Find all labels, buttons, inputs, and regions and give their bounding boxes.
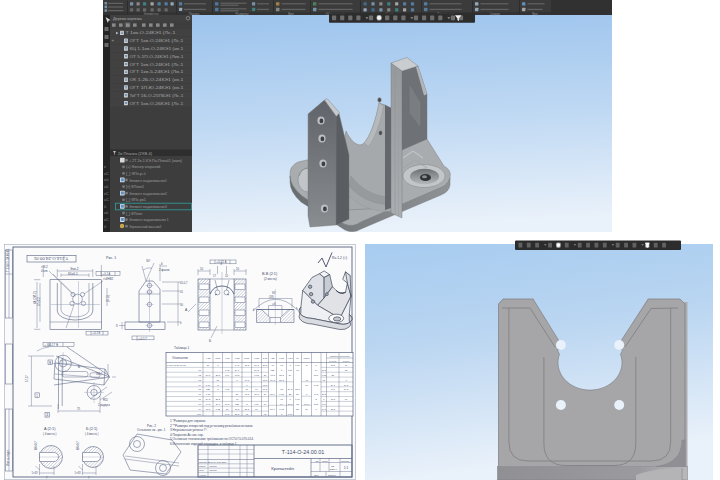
svg-text:(2 места): (2 места)	[264, 277, 277, 281]
svg-text:Т-114-О-24.00.01: Т-114-О-24.00.01	[282, 449, 324, 455]
svg-text:10: 10	[236, 267, 240, 271]
svg-text:Рис. 1: Рис. 1	[106, 256, 116, 260]
svg-text:Элемент выдавливания1: Элемент выдавливания1	[129, 179, 167, 183]
svg-text:Изм Лист № докум. Подп. Дат: Изм Лист № докум. Подп. Дата	[199, 461, 227, 463]
svg-text:[_] ФПк-рв1: [_] ФПк-рв1	[126, 198, 146, 202]
svg-text:2в Планка (2ХВ-4): 2в Планка (2ХВ-4)	[118, 151, 153, 156]
svg-text:Чиданов: Чиданов	[209, 465, 217, 467]
svg-text:ОТ 5-1П-О-24КЭ1 (Лкв-1: ОТ 5-1П-О-24КЭ1 (Лкв-1	[129, 55, 183, 59]
svg-text:Лит: Лит	[316, 460, 319, 462]
svg-text:+ 2Т 2в-1-КЭ-Па-Плваб1 (завп): + 2Т 2в-1-КЭ-Па-Плваб1 (завп)	[129, 159, 182, 163]
svg-text:1 *Размеры для справок.: 1 *Размеры для справок.	[170, 419, 206, 423]
svg-text:Остальное см - рис. 1: Остальное см - рис. 1	[137, 428, 166, 432]
svg-text:Таблица 1: Таблица 1	[174, 346, 189, 350]
svg-text:Чиданов: Чиданов	[209, 469, 217, 471]
svg-text:ьб: ьб	[104, 210, 109, 215]
svg-text:65±0.1: 65±0.1	[68, 272, 78, 276]
svg-text:ьб: ьб	[104, 184, 109, 189]
svg-text:Т-114-О-24.00.01: Т-114-О-24.00.01	[33, 256, 68, 261]
svg-text:Ч под: Ч под	[287, 357, 293, 359]
svg-text:ОГТ 1кв-5-24КЭ1 (Лв-1: ОГТ 1кв-5-24КЭ1 (Лв-1	[129, 70, 183, 74]
svg-text:3±0,1: 3±0,1	[96, 372, 103, 376]
svg-text:Вид: Вид	[532, 12, 538, 16]
svg-text:(24,5): (24,5)	[106, 295, 110, 302]
svg-text:⊥0.1 А: ⊥0.1 А	[102, 272, 111, 276]
svg-text:кC: кC	[104, 191, 109, 196]
svg-text:Ra 1,2 (√): Ra 1,2 (√)	[332, 256, 347, 260]
svg-text:+: +	[112, 38, 115, 43]
svg-text:⊥0.1/1 А: ⊥0.1/1 А	[216, 260, 227, 264]
svg-text:Н.контр.: Н.контр.	[199, 474, 207, 476]
svg-text:ОГТ 1кв-О-24КЭ1 (Лс-1: ОГТ 1кв-О-24КЭ1 (Лс-1	[129, 39, 183, 43]
svg-text:Элемент выдавливания 1: Элемент выдавливания 1	[129, 218, 169, 222]
svg-text:к: к	[104, 164, 106, 169]
svg-text:1×45°: 1×45°	[32, 471, 39, 475]
svg-text:ОК 1-2Б-О-24КЭ1 (кв-1: ОК 1-2Б-О-24КЭ1 (кв-1	[129, 78, 183, 82]
svg-text:4 отв: 4 отв	[41, 269, 48, 273]
svg-text:Масштаб: Масштаб	[341, 460, 349, 462]
svg-text:Рис. 2: Рис. 2	[147, 424, 156, 428]
svg-text:Б (2:1): Б (2:1)	[86, 427, 98, 431]
svg-text:37±0.2: 37±0.2	[37, 297, 41, 306]
svg-text:С мм: С мм	[235, 357, 240, 359]
svg-text:l мм: l мм	[271, 357, 275, 359]
svg-text:КЦ 1-1кв-О-24КЭ1 (кв-1: КЦ 1-1кв-О-24КЭ1 (кв-1	[129, 47, 183, 51]
svg-text:[_] ФПлвп: [_] ФПлвп	[126, 212, 143, 216]
svg-text:( 4 места ): ( 4 места )	[85, 432, 98, 436]
svg-text:( 4 места ): ( 4 места )	[43, 432, 56, 436]
svg-text:пб: пб	[104, 177, 109, 182]
svg-text:ОГТ 1кв-О-24КЭ1 (Лс-1: ОГТ 1кв-О-24КЭ1 (Лс-1	[129, 63, 183, 67]
svg-text:Т-114-О-24.00.01: Т-114-О-24.00.01	[6, 248, 10, 272]
svg-text:2 **Размеры отверстий под ус: 2 **Размеры отверстий под установку резь…	[170, 424, 253, 428]
svg-text:Вид: Вид	[288, 12, 294, 16]
svg-text:М6×0.7: М6×0.7	[76, 441, 80, 450]
svg-text:Б мм: Б мм	[244, 357, 249, 359]
svg-text:ОГТ 1кв-О-26КЭ1 (Лс-1: ОГТ 1кв-О-26КЭ1 (Лс-1	[129, 102, 183, 106]
svg-text:(+) Фильтр открытий: (+) Фильтр открытий	[126, 165, 160, 169]
svg-text:2 радиуса: 2 радиуса	[98, 403, 111, 407]
svg-text:R11: R11	[103, 398, 108, 402]
svg-text:Сервис: Сервис	[490, 12, 501, 16]
svg-text:[_] ФПк-р-б: [_] ФПк-р-б	[126, 172, 146, 176]
svg-text:10: 10	[200, 267, 204, 271]
svg-text:Листов 1: Листов 1	[328, 474, 337, 476]
svg-text:Б: Б	[78, 365, 80, 369]
svg-text:Обозначение: Обозначение	[172, 356, 189, 360]
svg-text:5 Основные технические требо: 5 Основные технические требования по ОСТ…	[170, 437, 254, 441]
svg-text:30°: 30°	[146, 259, 151, 263]
svg-text:90°: 90°	[272, 291, 276, 295]
svg-text:М6×0.7: М6×0.7	[34, 441, 38, 450]
svg-text:2 фаски: 2 фаски	[159, 268, 170, 272]
svg-text:Лист: Лист	[314, 474, 318, 476]
svg-text:65-0,7: 65-0,7	[180, 281, 188, 285]
svg-text:1×45°: 1×45°	[75, 471, 82, 475]
svg-text:Дерево чертежа: Дерево чертежа	[113, 17, 142, 21]
svg-text:Б см: Б см	[263, 357, 268, 359]
svg-text:Т 1кв-О-24КЭ1 (Лс-1: Т 1кв-О-24КЭ1 (Лс-1	[125, 31, 175, 35]
svg-text:ОГТ 1П-Ю-24КЭ1 (кв-1: ОГТ 1П-Ю-24КЭ1 (кв-1	[129, 86, 183, 90]
svg-text:Д: Д	[46, 413, 48, 417]
svg-text:Масса: Масса	[322, 460, 329, 462]
svg-text:Т-114-О-24.00.01: Т-114-О-24.00.01	[167, 364, 186, 367]
svg-text:∅4НВ2: ∅4НВ2	[103, 277, 113, 281]
svg-text:кC: кC	[104, 217, 109, 222]
svg-text:1:1: 1:1	[344, 466, 349, 470]
svg-text:Г ам: Г ам	[225, 357, 230, 359]
svg-text:[>] ФПлвп1: [>] ФПлвп1	[126, 185, 144, 189]
svg-text:Инв № подл.: Инв № подл.	[6, 449, 10, 466]
svg-text:См.: См.	[331, 465, 335, 467]
svg-text:⊥ Ш0,2 Г В: ⊥ Ш0,2 Г В	[44, 343, 58, 347]
svg-text:3 Неуказанные уклоны 7°.: 3 Неуказанные уклоны 7°.	[170, 428, 208, 432]
svg-text:ТкГТ 1Б-О-25ПБЭ1 (Лс-1: ТкГТ 1Б-О-25ПБЭ1 (Лс-1	[129, 94, 183, 98]
svg-text:Зеркальный массив2: Зеркальный массив2	[129, 225, 162, 229]
svg-text:ьC: ьC	[104, 171, 109, 176]
svg-text:Размеры: Размеры	[236, 12, 250, 16]
svg-text:Элемент выдавливания2: Элемент выдавливания2	[129, 192, 167, 196]
svg-text:Эчв-2: Эчв-2	[70, 267, 79, 271]
svg-text:Н мм: Н мм	[206, 357, 211, 359]
svg-text:75: 75	[77, 407, 81, 411]
svg-text:ьC: ьC	[104, 197, 109, 202]
svg-text:-010: -010	[197, 413, 202, 415]
svg-text:Разраб.: Разраб.	[199, 465, 206, 467]
svg-text:(18): (18)	[269, 295, 274, 299]
